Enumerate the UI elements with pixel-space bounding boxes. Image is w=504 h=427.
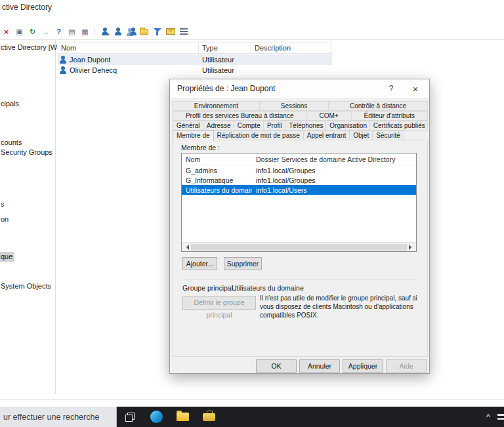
- tab-securite[interactable]: Sécurité: [372, 131, 404, 140]
- delete-icon[interactable]: ×: [1, 26, 12, 37]
- member-column-nom[interactable]: Nom: [182, 155, 252, 163]
- scrollbar-thumb[interactable]: [191, 244, 407, 251]
- toolbar-divider: [0, 39, 504, 40]
- user-icon: [59, 66, 67, 74]
- list-view-icon[interactable]: ▤: [66, 26, 77, 37]
- tab-editeur-attributs[interactable]: Éditeur d'attributs: [351, 111, 428, 121]
- help-icon[interactable]: ?: [53, 26, 64, 37]
- tab-sessions[interactable]: Sessions: [259, 101, 329, 111]
- tab-appel-entrant[interactable]: Appel entrant: [303, 131, 350, 140]
- member-folder: info1.local/Groupes: [252, 167, 416, 174]
- task-view-button[interactable]: [117, 407, 143, 427]
- mail-icon[interactable]: [165, 26, 176, 37]
- tab-row-1: Environnement Sessions Contrôle à distan…: [173, 101, 428, 111]
- tab-row-4: Membre de Réplication de mot de passe Ap…: [173, 131, 428, 140]
- set-primary-group-button: Définir le groupe principal: [182, 296, 256, 310]
- window-bottom-edge: [0, 399, 504, 399]
- tab-certificats-publies[interactable]: Certificats publiés: [369, 121, 428, 131]
- tree-item-accounts[interactable]: counts: [0, 138, 24, 146]
- tree-item-root[interactable]: ctive Directory [WS: [0, 43, 64, 51]
- bars-glyph: [180, 28, 188, 35]
- list-column-headers: Nom Type Description: [58, 42, 332, 54]
- taskbar-search-text: ur effectuer une recherche: [3, 413, 99, 422]
- member-of-label: Membre de :: [181, 144, 220, 152]
- primary-group-value: Utilisateurs du domaine: [232, 284, 304, 292]
- taskbar: ur effectuer une recherche ^: [0, 407, 504, 427]
- member-name: Utilisateurs du domaine: [182, 186, 252, 194]
- member-list-horizontal-scrollbar[interactable]: [182, 242, 416, 251]
- person-glyph: [114, 28, 122, 35]
- member-folder: info1.local/Groupes: [252, 176, 416, 184]
- tab-row-2: Profil des services Bureau à distance CO…: [173, 111, 428, 121]
- member-of-list[interactable]: Nom Dossier Services de domaine Active D…: [181, 153, 417, 252]
- tab-controle-a-distance[interactable]: Contrôle à distance: [328, 101, 428, 111]
- tree-item-informatique-selected[interactable]: que: [0, 253, 14, 260]
- tab-objet[interactable]: Objet: [349, 131, 373, 140]
- tab-adresse[interactable]: Adresse: [203, 121, 234, 131]
- tree-item-security-groups[interactable]: Security Groups: [0, 148, 54, 156]
- member-folder: info1.local/Users: [252, 186, 416, 194]
- tab-com-plus[interactable]: COM+: [306, 111, 351, 121]
- column-header-nom[interactable]: Nom: [58, 43, 199, 53]
- cell-type: Utilisateur: [199, 56, 251, 64]
- member-name: G_Informatique: [182, 176, 252, 184]
- tab-membre-de[interactable]: Membre de: [173, 131, 214, 141]
- filter-icon[interactable]: [152, 26, 163, 37]
- list-row-jean-dupont[interactable]: Jean Dupont Utilisateur: [58, 54, 332, 65]
- toolbox-app-button[interactable]: [196, 407, 222, 427]
- member-row-g-informatique[interactable]: G_Informatique info1.local/Groupes: [182, 175, 416, 185]
- tray-partial-icon[interactable]: [495, 407, 504, 427]
- new-ou-icon[interactable]: [138, 26, 150, 37]
- tree-item-label: cipals: [0, 99, 21, 109]
- dialog-help-button[interactable]: ?: [381, 79, 401, 98]
- tree-item-on[interactable]: on: [0, 215, 10, 223]
- tree-item-s[interactable]: s: [0, 200, 7, 208]
- tab-telephones[interactable]: Téléphones: [285, 121, 326, 131]
- dialog-titlebar[interactable]: Propriétés de : Jean Dupont ? ×: [170, 79, 429, 98]
- tab-compte[interactable]: Compte: [234, 121, 264, 131]
- scroll-left-arrow-icon[interactable]: [184, 245, 189, 250]
- column-header-description[interactable]: Description: [251, 43, 332, 53]
- scroll-right-arrow-icon[interactable]: [409, 245, 414, 250]
- edge-icon: [150, 411, 163, 423]
- taskbar-search-box[interactable]: ur effectuer une recherche: [0, 407, 117, 427]
- tab-environnement[interactable]: Environnement: [173, 101, 260, 111]
- refresh-icon[interactable]: ↻: [27, 26, 38, 37]
- new-user-icon[interactable]: [112, 26, 123, 37]
- member-row-g-admins[interactable]: G_admins info1.local/Groupes: [182, 165, 416, 175]
- member-row-utilisateurs-du-domaine-selected[interactable]: Utilisateurs du domaine info1.local/User…: [182, 185, 416, 195]
- remove-button[interactable]: Supprimer: [224, 257, 262, 270]
- dialog-close-button[interactable]: ×: [406, 79, 425, 98]
- member-column-dossier[interactable]: Dossier Services de domaine Active Direc…: [252, 155, 416, 163]
- tab-general[interactable]: Général: [173, 121, 203, 131]
- apply-button[interactable]: Appliquer: [343, 359, 383, 373]
- ok-button[interactable]: OK: [256, 359, 297, 373]
- system-tray: ^: [481, 407, 504, 427]
- tab-profil[interactable]: Profil: [263, 121, 285, 131]
- tree-item-label: ctive Directory [WS: [0, 43, 64, 52]
- list-row-olivier-dehecq[interactable]: Olivier Dehecq Utilisateur: [58, 65, 332, 75]
- tree-item-principals[interactable]: cipals: [0, 100, 21, 108]
- properties-icon[interactable]: ▣: [14, 26, 25, 37]
- new-group-icon[interactable]: [125, 26, 136, 37]
- tree-item-label: que: [0, 252, 14, 262]
- tree-item-label: System Objects: [0, 281, 53, 291]
- tab-organisation[interactable]: Organisation: [326, 121, 369, 131]
- console-tree: ctive Directory [WS cipals counts Securi…: [0, 40, 56, 394]
- add-button[interactable]: Ajouter...: [182, 257, 217, 270]
- primary-group-note: Il n'est pas utile de modifier le groupe…: [260, 294, 425, 319]
- view-options-icon[interactable]: [178, 26, 189, 37]
- dialog-title: Propriétés de : Jean Dupont: [177, 84, 275, 93]
- file-explorer-button[interactable]: [169, 407, 196, 427]
- tab-profil-bureau-a-distance[interactable]: Profil des services Bureau à distance: [173, 111, 306, 121]
- cancel-button[interactable]: Annuler: [299, 359, 340, 373]
- edge-button[interactable]: [143, 407, 169, 427]
- column-header-type[interactable]: Type: [199, 43, 251, 53]
- tree-item-system-objects[interactable]: System Objects: [0, 282, 53, 290]
- tab-replication-mot-de-passe[interactable]: Réplication de mot de passe: [213, 131, 304, 140]
- report-view-icon[interactable]: ▦: [79, 26, 91, 37]
- hidden-icons-chevron[interactable]: ^: [481, 407, 495, 427]
- member-name: G_admins: [182, 167, 252, 174]
- export-list-icon[interactable]: →: [40, 26, 51, 37]
- delegate-control-icon[interactable]: [99, 26, 110, 37]
